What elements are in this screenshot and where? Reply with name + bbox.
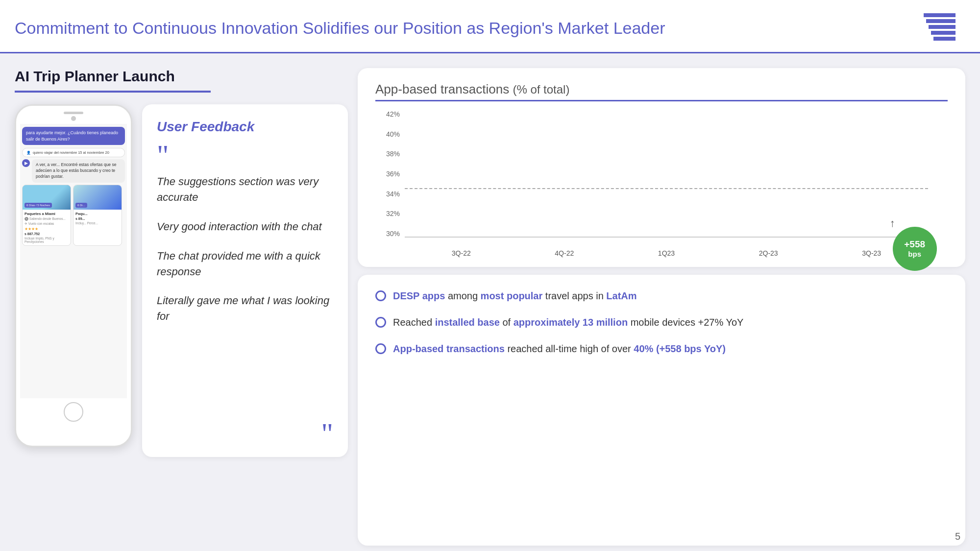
- y-label-42: 42%: [375, 110, 400, 118]
- chart-title: App-based transactions (% of total): [375, 82, 948, 97]
- arrow-up-icon: ↑: [890, 217, 895, 230]
- x-label-1q23: 1Q23: [658, 249, 675, 257]
- feedback-item-1: The suggestions section was very accurat…: [157, 174, 333, 205]
- phone-stars-1: ★★★★: [24, 227, 69, 231]
- phone-card-img-1: 6 Días / 5 Noches: [23, 185, 71, 210]
- phone-card-price-1: s 887.752: [24, 232, 69, 236]
- y-label-36: 36%: [375, 170, 400, 178]
- chart-area: 42% 40% 38% 36% 34% 32% 30%: [375, 110, 948, 257]
- phone-screen: para ayudarte mejor. ¿Cuándo tienes plan…: [20, 124, 127, 398]
- bullet-item-3: App-based transactions reached all-time …: [375, 341, 948, 356]
- bullet-circle-1: [375, 290, 386, 301]
- section-underline: [15, 91, 211, 93]
- bullets-card: DESP apps among most popular travel apps…: [358, 275, 965, 546]
- phone-card-badge-1: 6 Días / 5 Noches: [24, 203, 52, 208]
- svg-rect-3: [931, 31, 956, 35]
- phone-card-row: 6 Días / 5 Noches Paquetes a Miami 🔘 Sal…: [22, 185, 125, 246]
- phone-speaker: [64, 112, 83, 114]
- x-label-3q23: 3Q-23: [862, 249, 881, 257]
- svg-rect-0: [924, 13, 956, 17]
- y-label-34: 34%: [375, 190, 400, 198]
- chart-y-labels: 42% 40% 38% 36% 34% 32% 30%: [375, 110, 400, 238]
- phone-card-badge-2: 6 Di...: [75, 203, 87, 208]
- feedback-card: User Feedback " The suggestions section …: [142, 104, 348, 457]
- page-number: 5: [955, 531, 960, 542]
- phone-card-img-2: 6 Di...: [74, 185, 122, 210]
- phone-card-body-2: Paqu... s 89... Incluy... Perce...: [74, 210, 122, 227]
- chart-underline: [375, 100, 948, 101]
- chart-x-labels: 3Q-22 4Q-22 1Q23 2Q-23 3Q-23: [405, 245, 928, 257]
- phone-card-2: 6 Di... Paqu... s 89... Incluy... Perce.…: [73, 185, 122, 246]
- feedback-item-4: Literally gave me what I was looking for: [157, 293, 333, 324]
- main-content: AI Trip Planner Launch para ayudarte mej…: [0, 53, 980, 551]
- feedback-item-2: Very good interaction with the chat: [157, 219, 333, 235]
- bars-container: +558 bps ↑: [405, 110, 928, 237]
- bullet-text-2: Reached installed base of approximately …: [393, 315, 743, 330]
- feedback-item-3: The chat provided me with a quick respon…: [157, 248, 333, 280]
- y-label-32: 32%: [375, 210, 400, 217]
- right-panel: App-based transactions (% of total) 42% …: [358, 68, 965, 546]
- y-label-40: 40%: [375, 130, 400, 138]
- phone-card-miami: 6 Días / 5 Noches Paquetes a Miami 🔘 Sal…: [22, 185, 71, 246]
- phone-input: 👤 quiero viajar del noviembre 15 al novi…: [22, 148, 125, 157]
- phone-mockup: para ayudarte mejor. ¿Cuándo tienes plan…: [15, 104, 132, 447]
- phone-ai-response: A ver, a ver... Encontré estas ofertas q…: [32, 159, 125, 183]
- growth-badge: +558 bps: [893, 227, 937, 271]
- company-logo: [921, 11, 960, 45]
- x-label-4q22: 4Q-22: [555, 249, 574, 257]
- phone-card-body-1: Paquetes a Miami 🔘 Saliendo desde Buenos…: [23, 210, 71, 245]
- bullet-item-1: DESP apps among most popular travel apps…: [375, 288, 948, 303]
- quote-open-icon: ": [157, 146, 333, 164]
- left-panel: AI Trip Planner Launch para ayudarte mej…: [15, 68, 348, 546]
- header: Commitment to Continuous Innovation Soli…: [0, 0, 980, 53]
- bullet-circle-2: [375, 317, 386, 328]
- phone-card-title-1: Paquetes a Miami: [24, 212, 69, 216]
- svg-rect-1: [926, 19, 956, 23]
- y-label-30: 30%: [375, 230, 400, 238]
- bullet-text-3: App-based transactions reached all-time …: [393, 341, 726, 356]
- x-label-2q23: 2Q-23: [759, 249, 778, 257]
- phone-camera: [71, 116, 76, 121]
- chart-bars-area: +558 bps ↑: [405, 110, 928, 238]
- phone-card-price-2: s 89...: [75, 217, 120, 220]
- quote-close-icon: ": [157, 425, 333, 442]
- left-content-row: para ayudarte mejor. ¿Cuándo tienes plan…: [15, 104, 348, 457]
- x-label-3q22: 3Q-22: [452, 249, 471, 257]
- feedback-title: User Feedback: [157, 119, 333, 135]
- bullet-text-1: DESP apps among most popular travel apps…: [393, 288, 637, 303]
- phone-home-button: [64, 402, 83, 422]
- svg-rect-2: [929, 25, 956, 29]
- y-label-38: 38%: [375, 150, 400, 158]
- svg-rect-4: [933, 37, 956, 41]
- chart-card: App-based transactions (% of total) 42% …: [358, 68, 965, 267]
- phone-chat-bubble: para ayudarte mejor. ¿Cuándo tienes plan…: [22, 127, 125, 145]
- header-title: Commitment to Continuous Innovation Soli…: [15, 19, 665, 38]
- section-title: AI Trip Planner Launch: [15, 68, 348, 85]
- bullet-circle-3: [375, 343, 386, 354]
- phone-card-title-2: Paqu...: [75, 212, 120, 216]
- bullet-item-2: Reached installed base of approximately …: [375, 315, 948, 330]
